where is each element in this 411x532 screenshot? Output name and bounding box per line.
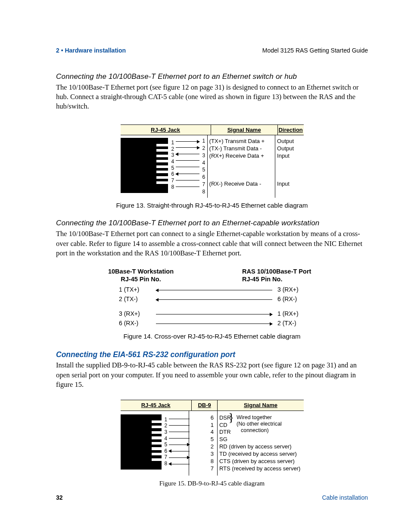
fig15-signal-column: DSR CD DTR SG RD (driven by access serve… (218, 411, 304, 476)
figure-14: 10Base-T Workstation RJ-45 Pin No. RAS 1… (100, 268, 324, 329)
figure-13: RJ-45 Jack Signal Name Direction 1 2 3 4… (121, 124, 304, 198)
wire-icon (156, 299, 272, 300)
fig13-pins-right: 1 2 3 4 5 6 7 8 (202, 137, 206, 195)
wire-icon (169, 457, 190, 458)
header-section: 2 • Hardware installation (56, 47, 126, 55)
rj45-jack-icon (121, 414, 162, 470)
figure-15: RJ-45 Jack DB-9 Signal Name 1 2 3 4 5 6 … (121, 400, 304, 476)
wire-icon (156, 314, 272, 314)
fig13-head-signal: Signal Name (227, 126, 261, 134)
fig14-row: 2 (TX-) 6 (RX-) (100, 295, 324, 305)
wire-icon (169, 445, 190, 445)
header-guide-title: Model 3125 RAS Getting Started Guide (262, 47, 368, 55)
wire-icon (169, 464, 190, 464)
figure-14-caption: Figure 14. Cross-over RJ-45-to-RJ-45 Eth… (56, 332, 368, 341)
wire-icon (156, 324, 272, 324)
fig15-pins-left: 1 2 3 4 5 6 7 8 (165, 417, 168, 467)
section-heading-rs232: Connecting the EIA-561 RS-232 configurat… (56, 350, 368, 360)
page-number: 32 (56, 494, 63, 502)
body-switch-hub: The 10/100Base-T Ethernet port (see figu… (56, 83, 368, 112)
wire-icon (169, 432, 190, 432)
fig15-db9-column: 6 1 4 5 2 3 8 7 (189, 411, 218, 476)
wire-icon (169, 425, 190, 426)
wire-icon (176, 154, 199, 154)
fig13-pins-left: 1 2 3 4 5 6 7 8 (171, 140, 174, 190)
subheading-switch-hub: Connecting the 10/100Base-T Ethernet por… (56, 72, 368, 82)
fig14-row: 6 (RX-) 2 (TX-) (100, 319, 324, 329)
fig14-row: 3 (RX+) 1 (RX+) (100, 310, 324, 319)
wire-icon (176, 180, 199, 180)
brace-icon: } (228, 414, 234, 421)
fig15-head-signal: Signal Name (244, 401, 277, 409)
fig13-head-jack: RJ-45 Jack (151, 126, 180, 134)
wire-icon (169, 451, 190, 451)
wire-icon (176, 187, 199, 187)
page-header: 2 • Hardware installation Model 3125 RAS… (56, 47, 368, 55)
rj45-jack-icon (121, 138, 168, 193)
footer-section: Cable installation (322, 494, 368, 502)
fig15-head-db9: DB-9 (198, 401, 211, 409)
wire-icon (176, 147, 199, 148)
fig14-left-heading: 10Base-T Workstation RJ-45 Pin No. (100, 268, 182, 283)
fig13-signal-column: (TX+) Transmit Data + (TX-) Transmit Dat… (208, 135, 275, 198)
wire-icon (176, 160, 199, 161)
wire-icon (176, 167, 199, 167)
fig14-row: 1 (TX+) 3 (RX+) (100, 286, 324, 295)
wire-icon (169, 438, 190, 439)
wire-icon (169, 419, 190, 419)
figure-15-caption: Figure 15. DB-9-to-RJ-45 cable diagram (56, 479, 368, 488)
wire-icon (156, 290, 272, 290)
fig13-head-direction: Direction (278, 126, 302, 134)
body-workstation: The 10/100Base-T Ethernet port can conne… (56, 229, 368, 258)
fig13-direction-column: Output Output Input Input (275, 135, 303, 198)
fig15-brace-note: Wired together (No other electrical conn… (237, 414, 282, 434)
figure-13-caption: Figure 13. Straight-through RJ-45-to-RJ-… (56, 201, 368, 210)
wire-icon (176, 174, 199, 174)
fig14-right-heading: RAS 10/100Base-T Port RJ-45 Pin No. (242, 268, 324, 283)
subheading-workstation: Connecting the 10/100Base-T Ethernet por… (56, 218, 368, 228)
page-footer: 32 Cable installation (56, 494, 368, 502)
body-rs232: Install the supplied DB-9-to-RJ-45 cable… (56, 361, 368, 389)
wire-icon (176, 141, 199, 142)
fig15-head-jack: RJ-45 Jack (141, 401, 171, 409)
